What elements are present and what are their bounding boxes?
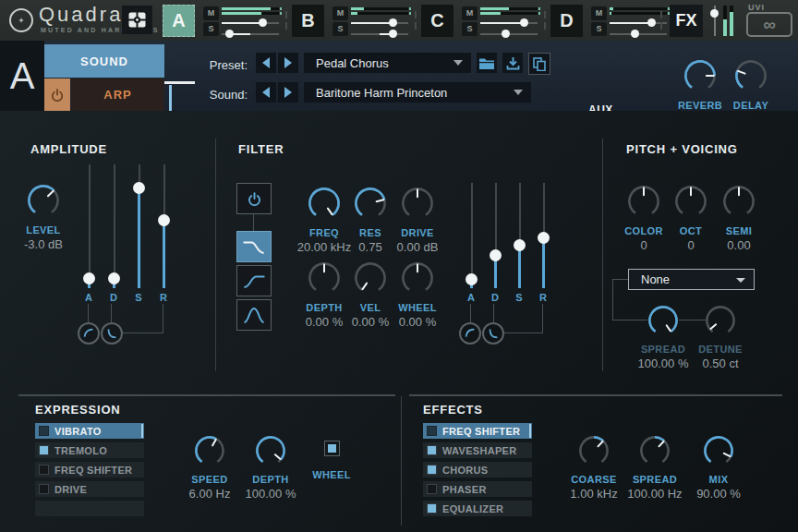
filter-vel-knob[interactable] xyxy=(354,261,387,298)
app-title: Quadra xyxy=(39,3,123,27)
uvi-brand-text: UVI xyxy=(748,3,765,12)
tab-arp[interactable]: ARP xyxy=(71,79,164,111)
arp-power-button[interactable] xyxy=(44,79,70,111)
sound-prev-button[interactable] xyxy=(256,82,276,103)
list-item-drive[interactable]: DRIVE xyxy=(35,481,144,497)
list-item-equalizer[interactable]: EQUALIZER xyxy=(423,501,532,516)
layer-d-solo-button[interactable]: S xyxy=(591,22,607,36)
expression-speed-knob[interactable] xyxy=(194,435,225,470)
filter-wheel-knob[interactable] xyxy=(401,261,434,298)
layout-grid-button[interactable] xyxy=(122,6,152,34)
voicing-detune-label: DETUNE xyxy=(698,344,743,355)
enable-checkbox[interactable] xyxy=(39,445,49,455)
sound-select[interactable]: Baritone Harm Princeton xyxy=(304,82,531,103)
pitch-oct-value: 0 xyxy=(687,238,694,252)
filter-freq-knob[interactable] xyxy=(308,187,341,224)
preset-save-button[interactable] xyxy=(502,53,523,73)
enable-checkbox[interactable] xyxy=(39,426,49,436)
delay-send-knob[interactable] xyxy=(734,59,768,96)
layer-b-mute-button[interactable]: M xyxy=(332,6,348,20)
voicing-spread-knob[interactable] xyxy=(647,305,679,340)
list-item-freq-shifter[interactable]: FREQ SHIFTER xyxy=(35,462,144,478)
effects-spread-knob[interactable] xyxy=(639,435,671,470)
reverb-send-knob[interactable] xyxy=(683,59,717,96)
pitch-oct-knob[interactable] xyxy=(674,185,707,222)
filter-type-highpass-button[interactable] xyxy=(236,265,272,296)
preset-next-button[interactable] xyxy=(278,53,298,73)
filter-decay-slider[interactable] xyxy=(490,183,502,288)
effects-coarse-knob[interactable] xyxy=(578,435,610,470)
preset-prev-button[interactable] xyxy=(256,53,276,73)
pitch-semi-knob[interactable] xyxy=(722,185,756,222)
fx-tab[interactable]: FX xyxy=(670,5,703,37)
filter-type-lowpass-button[interactable] xyxy=(236,231,272,262)
layer-tab-c[interactable]: C xyxy=(421,5,453,37)
list-item-freq-shifter[interactable]: FREQ SHIFTER xyxy=(423,423,532,439)
enable-checkbox[interactable] xyxy=(427,503,437,514)
filter-type-bandpass-button[interactable] xyxy=(236,299,272,331)
filter-decay-curve-knob[interactable] xyxy=(482,322,504,345)
amp-release-slider[interactable] xyxy=(158,164,170,288)
preset-browser-button[interactable] xyxy=(477,53,497,73)
layer-a-solo-button[interactable]: S xyxy=(203,22,219,36)
tab-sound[interactable]: SOUND xyxy=(44,44,164,78)
enable-checkbox[interactable] xyxy=(427,426,437,436)
effects-mix-knob[interactable] xyxy=(703,435,734,470)
filter-attack-curve-knob[interactable] xyxy=(459,322,481,345)
master-volume-slider[interactable] xyxy=(708,6,720,36)
list-item-vibrato[interactable]: VIBRATO xyxy=(35,423,144,439)
layer-tab-b[interactable]: B xyxy=(292,5,324,37)
layer-d-mute-button[interactable]: M xyxy=(591,6,607,20)
list-item-chorus[interactable]: CHORUS xyxy=(423,462,532,478)
enable-checkbox[interactable] xyxy=(427,445,437,455)
layer-c-volume-slider[interactable] xyxy=(480,18,538,27)
semi-cell: SEMI 0.00 xyxy=(706,185,772,252)
layer-a-volume-slider[interactable] xyxy=(222,18,279,27)
layer-c-solo-button[interactable]: S xyxy=(462,22,478,36)
amp-sustain-slider[interactable] xyxy=(133,164,145,288)
enable-checkbox[interactable] xyxy=(427,484,437,494)
uvi-logo-icon[interactable]: ∞ xyxy=(746,12,792,37)
amp-attack-curve-knob[interactable] xyxy=(78,322,100,345)
filter-sustain-slider[interactable] xyxy=(514,183,526,288)
pitch-color-knob[interactable] xyxy=(627,185,660,222)
layer-d-volume-slider[interactable] xyxy=(610,18,667,27)
layer-a-meter-l xyxy=(222,7,279,10)
level-knob[interactable] xyxy=(27,184,60,221)
filter-power-button[interactable] xyxy=(236,183,272,214)
layer-a-mute-button[interactable]: M xyxy=(203,6,219,20)
layer-b-volume-slider[interactable] xyxy=(351,18,408,27)
divider xyxy=(660,22,662,30)
enable-checkbox[interactable] xyxy=(39,484,49,494)
sound-next-button[interactable] xyxy=(278,82,298,103)
expression-wheel-checkbox[interactable] xyxy=(324,441,340,456)
filter-wheel-cell: WHEEL 0.00 % xyxy=(384,261,451,329)
preset-select[interactable]: Pedal Chorus xyxy=(304,53,471,73)
filter-drive-knob[interactable] xyxy=(401,187,434,224)
chevron-down-icon xyxy=(736,278,745,283)
voicing-detune-knob[interactable] xyxy=(705,305,736,340)
layer-d-pan-slider[interactable] xyxy=(610,30,667,38)
layer-a-pan-slider[interactable] xyxy=(222,30,279,38)
layer-b-pan-slider[interactable] xyxy=(351,30,408,38)
enable-checkbox[interactable] xyxy=(427,465,437,475)
filter-release-slider[interactable] xyxy=(538,183,550,288)
layer-b-solo-button[interactable]: S xyxy=(332,22,348,36)
enable-checkbox[interactable] xyxy=(39,465,49,475)
layer-c-pan-slider[interactable] xyxy=(480,30,538,38)
layer-tab-d[interactable]: D xyxy=(550,5,583,37)
amp-decay-slider[interactable] xyxy=(108,164,120,288)
filter-attack-slider[interactable] xyxy=(466,183,478,288)
filter-res-knob[interactable] xyxy=(354,187,387,224)
amp-decay-curve-knob[interactable] xyxy=(101,322,123,345)
preset-copy-button[interactable] xyxy=(528,53,550,75)
layer-tab-a[interactable]: A xyxy=(163,5,195,37)
list-item-tremolo[interactable]: TREMOLO xyxy=(35,442,144,458)
unison-mode-select[interactable]: None xyxy=(628,269,755,290)
list-item-phaser[interactable]: PHASER xyxy=(423,481,532,497)
amp-attack-slider[interactable] xyxy=(83,164,95,288)
expression-depth-knob[interactable] xyxy=(255,435,286,470)
list-item-waveshaper[interactable]: WAVESHAPER xyxy=(423,442,532,458)
filter-depth-knob[interactable] xyxy=(308,261,341,298)
layer-c-mute-button[interactable]: M xyxy=(462,6,478,20)
